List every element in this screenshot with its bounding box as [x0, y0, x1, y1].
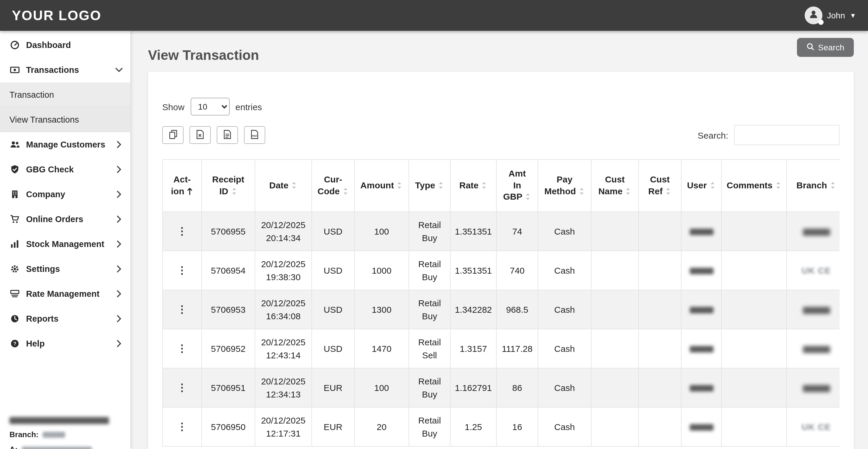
column-header-rate[interactable]: Rate [450, 160, 496, 212]
help-icon: ? [9, 339, 20, 348]
export-pdf-button[interactable]: PDF [244, 126, 265, 144]
badge-check-icon [9, 165, 20, 174]
cell-cust-ref [639, 290, 681, 329]
row-actions-button[interactable] [174, 420, 191, 433]
cell-branch [786, 329, 840, 368]
sidebar-item-label: Manage Customers [26, 140, 105, 149]
column-header-cust-name[interactable]: Cust Name [591, 160, 639, 212]
cell-date: 20/12/2025 12:34:13 [255, 368, 312, 407]
cell-comments [721, 212, 786, 251]
cell-action [162, 407, 202, 446]
sidebar-item-company[interactable]: Company [0, 182, 130, 207]
svg-text:?: ? [13, 340, 16, 347]
entries-control: Show 10 entries [162, 98, 840, 116]
table-body: 570695520/12/2025 20:14:34USD100Retail B… [162, 212, 840, 446]
export-csv-button[interactable] [217, 126, 238, 144]
excel-icon [196, 129, 204, 141]
sidebar-item-label: Dashboard [26, 40, 71, 50]
cell-comments [721, 368, 786, 407]
column-header-cur-code[interactable]: Cur- Code [312, 160, 354, 212]
redacted-address-line1 [22, 446, 91, 449]
status-dot [818, 20, 824, 25]
sort-icon [291, 181, 298, 192]
cell-user [681, 212, 721, 251]
export-buttons: PDF [162, 126, 265, 144]
export-copy-button[interactable] [162, 126, 184, 144]
row-actions-button[interactable] [174, 264, 191, 276]
entries-select[interactable]: 10 [190, 98, 229, 116]
cell-pay-method: Cash [538, 329, 591, 368]
column-header-cust-ref[interactable]: Cust Ref [639, 160, 681, 212]
dashboard-icon [9, 40, 20, 50]
sidebar-item-stock-management[interactable]: Stock Management [0, 232, 130, 257]
cell-amount: 100 [354, 212, 409, 251]
sidebar-item-gbg-check[interactable]: GBG Check [0, 157, 130, 182]
redacted-user-value [689, 385, 713, 392]
redacted-user-value [689, 229, 713, 235]
row-actions-button[interactable] [174, 303, 191, 316]
row-actions-button[interactable] [174, 225, 191, 237]
redacted-branch-value: UK CE [802, 421, 831, 431]
table-search-input[interactable] [734, 125, 840, 145]
column-header-action[interactable]: Act- ion [162, 160, 202, 212]
redacted-branch-value: UK CE [802, 265, 831, 275]
sidebar-item-label: GBG Check [26, 165, 74, 174]
sidebar-item-dashboard[interactable]: Dashboard [0, 33, 130, 57]
user-menu[interactable]: John [805, 6, 857, 24]
redacted-branch-value [803, 228, 830, 236]
column-header-amount[interactable]: Amount [354, 160, 409, 212]
column-label: Comments [726, 180, 772, 190]
cell-action [162, 368, 202, 407]
cell-amt-in-gbp: 968.5 [496, 290, 538, 329]
column-header-branch[interactable]: Branch [786, 160, 840, 212]
cell-rate: 1.3157 [450, 329, 496, 368]
sidebar-subitem-transaction[interactable]: Transaction [0, 82, 130, 107]
table-row: 570695120/12/2025 12:34:13EUR100Retail B… [162, 368, 840, 407]
cell-action [162, 290, 202, 329]
cell-branch [786, 368, 840, 407]
cell-rate: 1.162791 [450, 368, 496, 407]
column-header-amt-in-gbp[interactable]: Amt In GBP [496, 160, 538, 212]
sidebar-item-transactions[interactable]: Transactions [0, 57, 130, 82]
column-header-type[interactable]: Type [409, 160, 450, 212]
sidebar-item-label: Stock Management [26, 239, 104, 249]
clock-icon [9, 314, 20, 323]
sort-asc-icon [187, 186, 193, 198]
cell-user [681, 251, 721, 290]
column-header-pay-method[interactable]: Pay Method [538, 160, 591, 212]
row-actions-button[interactable] [174, 381, 191, 394]
sidebar-item-rate-management[interactable]: Rate Management [0, 281, 130, 306]
sidebar-subitem-view-transactions[interactable]: View Transactions [0, 107, 130, 132]
cell-cust-ref [639, 251, 681, 290]
copy-icon [168, 129, 177, 141]
person-icon [808, 9, 819, 22]
column-label: Cur- Code [318, 174, 342, 196]
cell-amt-in-gbp: 1117.28 [496, 329, 538, 368]
column-header-comments[interactable]: Comments [721, 160, 786, 212]
redacted-company-name [9, 417, 109, 424]
sidebar-item-settings[interactable]: Settings [0, 257, 130, 281]
sidebar-item-online-orders[interactable]: Online Orders [0, 207, 130, 232]
row-actions-button[interactable] [174, 342, 191, 355]
cell-pay-method: Cash [538, 368, 591, 407]
cell-cust-ref [639, 368, 681, 407]
bar-chart-icon [9, 239, 20, 249]
sidebar-item-label: Company [26, 189, 65, 199]
sort-icon [230, 186, 237, 198]
sidebar-footer: Branch: A: [9, 417, 126, 449]
export-excel-button[interactable] [189, 126, 211, 144]
column-header-receipt-id[interactable]: Receipt ID [202, 160, 255, 212]
sidebar-item-reports[interactable]: Reports [0, 306, 130, 331]
search-button[interactable]: Search [797, 38, 854, 57]
sidebar-item-manage-customers[interactable]: Manage Customers [0, 132, 130, 157]
redacted-user-value [689, 268, 713, 274]
cell-branch: UK CE [786, 407, 840, 446]
column-header-user[interactable]: User [681, 160, 721, 212]
column-header-date[interactable]: Date [255, 160, 312, 212]
cell-type: Retail Buy [409, 407, 450, 446]
cell-pay-method: Cash [538, 407, 591, 446]
address-label: A: [9, 445, 18, 449]
sidebar-item-help[interactable]: ?Help [0, 331, 130, 356]
table-toolbar: PDF Search: [162, 125, 840, 145]
cell-cust-ref [639, 329, 681, 368]
